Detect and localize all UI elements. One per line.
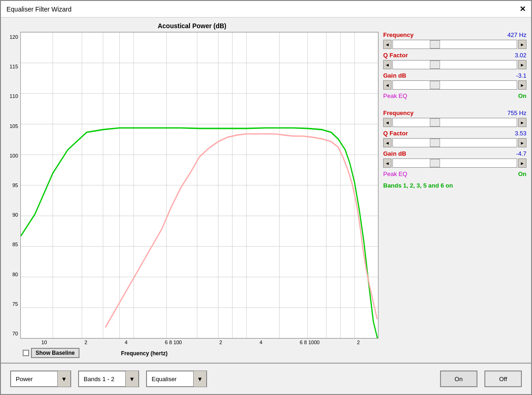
frequency-row-1: Frequency 427 Hz — [383, 31, 526, 38]
freq-slider-thumb-1[interactable] — [430, 40, 440, 49]
q-slider-left-2[interactable]: ◄ — [383, 138, 391, 147]
peak-eq-on-1: On — [518, 92, 526, 99]
frequency-row-2: Frequency 755 Hz — [383, 109, 526, 116]
q-slider-track-1[interactable] — [392, 60, 517, 69]
q-factor-row-1: Q Factor 3.02 — [383, 52, 526, 59]
chart-title: Acoustical Power (dB) — [6, 22, 379, 30]
gain-slider-thumb-1[interactable] — [430, 81, 440, 89]
freq-slider-right-1[interactable]: ► — [518, 40, 526, 49]
frequency-label-2: Frequency — [383, 109, 414, 116]
q-slider-1: ◄ ► — [383, 60, 526, 69]
show-baseline-button[interactable]: Show Baseline — [31, 348, 79, 358]
gain-value-2: -4.7 — [516, 150, 526, 157]
freq-slider-thumb-2[interactable] — [430, 118, 440, 127]
frequency-value-1: 427 Hz — [508, 31, 526, 38]
freq-slider-left-2[interactable]: ◄ — [383, 118, 391, 127]
main-window: Equaliser Filter Wizard ✕ Acoustical Pow… — [0, 0, 532, 395]
gain-row-2: Gain dB -4.7 — [383, 150, 526, 157]
freq-slider-track-2[interactable] — [392, 118, 517, 127]
y-label-120: 120 — [10, 34, 18, 40]
chart-plot — [20, 32, 379, 339]
title-bar: Equaliser Filter Wizard ✕ — [1, 1, 531, 18]
q-slider-left-1[interactable]: ◄ — [383, 60, 391, 69]
y-axis: 120 115 110 105 100 95 90 85 80 75 70 — [6, 32, 20, 339]
q-factor-label-1: Q Factor — [383, 52, 408, 59]
freq-slider-track-1[interactable] — [392, 40, 517, 49]
chart-area: Acoustical Power (dB) 120 115 110 105 10… — [6, 22, 379, 358]
peak-eq-on-2: On — [518, 170, 526, 177]
x-label-2a: 2 — [85, 340, 87, 345]
gain-slider-right-2[interactable]: ► — [518, 158, 526, 168]
freq-slider-left-1[interactable]: ◄ — [383, 40, 391, 49]
power-dropdown[interactable]: Power ▼ — [10, 371, 71, 387]
gain-slider-2: ◄ ► — [383, 158, 526, 168]
chart-container: 120 115 110 105 100 95 90 85 80 75 70 — [6, 32, 379, 339]
close-button[interactable]: ✕ — [520, 5, 526, 13]
y-label-70: 70 — [12, 331, 18, 336]
peak-eq-row-2: Peak EQ On — [383, 170, 526, 177]
off-button[interactable]: Off — [484, 371, 522, 387]
q-slider-thumb-2[interactable] — [430, 139, 440, 147]
peak-eq-label-1: Peak EQ — [383, 92, 407, 99]
show-baseline-container: Show Baseline — [23, 348, 79, 358]
y-label-95: 95 — [12, 182, 18, 188]
power-dropdown-arrow[interactable]: ▼ — [57, 371, 70, 387]
q-factor-value-1: 3.02 — [515, 52, 526, 59]
power-dropdown-value: Power — [11, 374, 57, 384]
x-axis-title: Frequency (hertz) — [121, 350, 168, 357]
x-label-6-8-100: 6 8 100 — [165, 340, 182, 345]
gain-slider-1: ◄ ► — [383, 80, 526, 90]
frequency-value-2: 755 Hz — [508, 109, 526, 116]
x-axis-labels: 10 2 4 6 8 100 2 4 6 8 1000 2 — [23, 340, 379, 345]
on-button[interactable]: On — [440, 371, 477, 387]
equaliser-dropdown-value: Equaliser — [147, 374, 193, 384]
equaliser-dropdown[interactable]: Equaliser ▼ — [146, 371, 207, 387]
chart-svg — [21, 32, 378, 338]
x-label-2c: 2 — [357, 340, 360, 345]
bands-dropdown-arrow[interactable]: ▼ — [125, 371, 138, 387]
eq-section-2: Frequency 755 Hz ◄ ► Q Factor 3.53 ◄ — [383, 109, 526, 189]
q-factor-row-2: Q Factor 3.53 — [383, 130, 526, 137]
y-label-80: 80 — [12, 272, 18, 277]
gain-label-2: Gain dB — [383, 150, 406, 157]
bands-info: Bands 1, 2, 3, 5 and 6 on — [383, 182, 526, 189]
gain-slider-thumb-2[interactable] — [430, 159, 440, 167]
freq-slider-right-2[interactable]: ► — [518, 118, 526, 127]
q-slider-2: ◄ ► — [383, 138, 526, 147]
x-label-2b: 2 — [219, 340, 222, 345]
q-slider-right-2[interactable]: ► — [518, 138, 526, 147]
bands-dropdown-value: Bands 1 - 2 — [79, 374, 125, 384]
peak-eq-row-1: Peak EQ On — [383, 92, 526, 99]
chart-bottom-controls: Show Baseline Frequency (hertz) — [23, 348, 379, 358]
x-axis-area: 10 2 4 6 8 100 2 4 6 8 1000 2 — [23, 339, 379, 345]
gain-value-1: -3.1 — [516, 72, 526, 79]
y-label-105: 105 — [10, 123, 18, 129]
frequency-slider-2: ◄ ► — [383, 118, 526, 127]
x-label-10: 10 — [41, 340, 47, 345]
gain-slider-left-1[interactable]: ◄ — [383, 80, 391, 90]
gain-slider-track-1[interactable] — [392, 80, 517, 90]
gain-slider-track-2[interactable] — [392, 158, 517, 168]
bottom-bar: Power ▼ Bands 1 - 2 ▼ Equaliser ▼ On Off — [1, 363, 531, 394]
show-baseline-checkbox[interactable] — [23, 350, 29, 356]
x-label-4a: 4 — [125, 340, 128, 345]
gain-slider-left-2[interactable]: ◄ — [383, 158, 391, 168]
q-slider-right-1[interactable]: ► — [518, 60, 526, 69]
q-slider-track-2[interactable] — [392, 138, 517, 147]
peak-eq-label-2: Peak EQ — [383, 170, 407, 177]
window-title: Equaliser Filter Wizard — [6, 6, 72, 13]
x-label-4b: 4 — [259, 340, 262, 345]
y-label-110: 110 — [10, 93, 18, 99]
bands-dropdown[interactable]: Bands 1 - 2 ▼ — [78, 371, 139, 387]
y-label-90: 90 — [12, 212, 18, 218]
right-panel: Frequency 427 Hz ◄ ► Q Factor 3.02 ◄ — [383, 22, 526, 358]
gain-label-1: Gain dB — [383, 72, 406, 79]
q-slider-thumb-1[interactable] — [430, 61, 440, 69]
gain-row-1: Gain dB -3.1 — [383, 72, 526, 79]
eq-section-1: Frequency 427 Hz ◄ ► Q Factor 3.02 ◄ — [383, 31, 526, 103]
y-label-75: 75 — [12, 301, 18, 307]
q-factor-label-2: Q Factor — [383, 130, 408, 137]
y-label-115: 115 — [10, 64, 18, 69]
equaliser-dropdown-arrow[interactable]: ▼ — [193, 371, 206, 387]
gain-slider-right-1[interactable]: ► — [518, 80, 526, 90]
